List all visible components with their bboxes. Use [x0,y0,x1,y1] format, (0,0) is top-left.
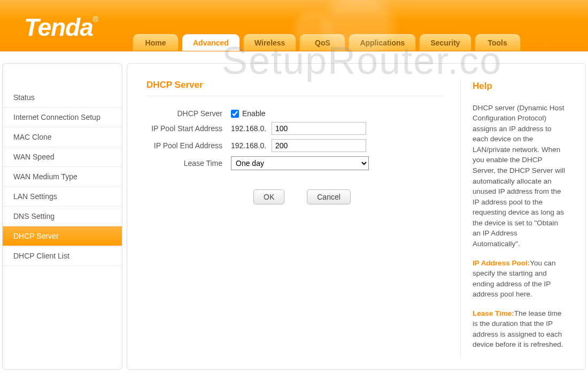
page-title: DHCP Server [146,80,444,96]
ip-pool-end-input[interactable] [272,139,366,152]
sidebar-item-mac-clone[interactable]: MAC Clone [3,127,122,147]
cancel-button[interactable]: Cancel [307,189,351,204]
sidebar-item-wan-speed[interactable]: WAN Speed [3,147,122,167]
tab-home[interactable]: Home [133,34,179,51]
header: Tenda® HomeAdvancedWirelessQoSApplicatio… [0,0,588,51]
help-paragraph-2: IP Address Pool:You can specify the star… [473,258,566,300]
main-tabs: HomeAdvancedWirelessQoSApplicationsSecur… [133,34,521,51]
sidebar-item-internet-connection-setup[interactable]: Internet Connection Setup [3,108,122,127]
help-title: Help [473,80,566,93]
sidebar-item-dns-setting[interactable]: DNS Setting [3,207,122,226]
content-area: DHCP Server DHCP Server Enable IP Pool S… [146,80,444,359]
help-keyword-lease-time: Lease Time: [473,309,514,317]
ip-pool-start-label: IP Pool Start Address [146,124,231,133]
help-panel: Help DHCP server (Dynamic Host Configura… [460,80,566,359]
main-panel: DHCP Server DHCP Server Enable IP Pool S… [127,63,586,370]
help-paragraph-1: DHCP server (Dynamic Host Configuration … [473,103,566,249]
sidebar-item-dhcp-client-list[interactable]: DHCP Client List [3,246,122,266]
ip-pool-start-input[interactable] [272,122,366,135]
tab-security[interactable]: Security [419,34,471,51]
lease-time-select[interactable]: One day [231,156,369,170]
lease-time-label: Lease Time [146,159,231,168]
enable-checkbox[interactable] [231,110,239,118]
tab-applications[interactable]: Applications [349,34,416,51]
sidebar-item-lan-settings[interactable]: LAN Settings [3,187,122,207]
brand-text: Tenda [24,13,93,41]
registered-mark-icon: ® [93,15,98,24]
help-paragraph-3: Lease Time:The lease time is the duratio… [473,308,566,350]
tab-wireless[interactable]: Wireless [243,34,296,51]
sidebar: StatusInternet Connection SetupMAC Clone… [2,63,122,370]
tab-advanced[interactable]: Advanced [182,34,240,51]
sidebar-item-dhcp-server[interactable]: DHCP Server [3,226,122,246]
help-keyword-ip-pool: IP Address Pool: [473,259,530,267]
tab-qos[interactable]: QoS [299,34,345,51]
sidebar-item-status[interactable]: Status [3,88,122,108]
sidebar-item-wan-medium-type[interactable]: WAN Medium Type [3,167,122,187]
ok-button[interactable]: OK [253,189,284,204]
brand-logo: Tenda® [24,13,98,42]
ip-prefix-start: 192.168.0. [231,124,268,133]
ip-pool-end-label: IP Pool End Address [146,141,231,150]
tab-tools[interactable]: Tools [475,34,521,51]
ip-prefix-end: 192.168.0. [231,141,268,150]
enable-label: Enable [242,109,266,118]
dhcp-server-label: DHCP Server [146,109,231,118]
